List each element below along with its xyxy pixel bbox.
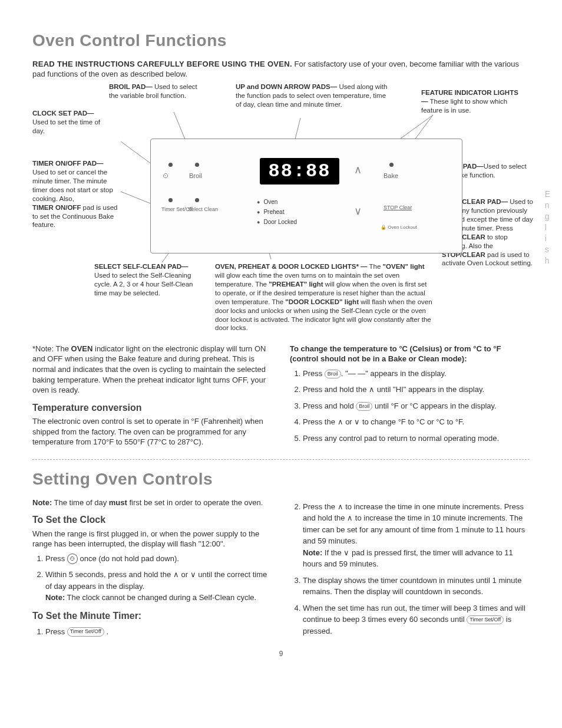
left-column-2: Note: The time of day must first be set …	[32, 498, 272, 642]
set-clock-heading: To Set the Clock	[32, 513, 272, 526]
setting-controls-columns: Note: The time of day must first be set …	[32, 498, 530, 642]
set-clock-body: When the range is first plugged in, or w…	[32, 529, 272, 549]
indicator-preheat: Preheat	[257, 208, 284, 216]
bake-pad-dot	[389, 163, 394, 167]
callout-lights: OVEN, PREHEAT & DOOR LOCKED LIGHTS* — Th…	[215, 262, 433, 333]
timer-pad-dot	[168, 198, 173, 202]
broil-pad-dot	[195, 163, 199, 167]
broil-label: Broil	[189, 172, 202, 180]
section-divider	[32, 459, 530, 460]
callout-broil: BROIL PAD— Used to select the variable b…	[109, 83, 203, 100]
digital-display: 88:88	[260, 158, 339, 185]
select-pad-dot	[195, 198, 199, 202]
clock-step-2: Within 5 seconds, press and hold the ∧ o…	[45, 569, 272, 604]
minute-steps-right: Press the ∧ to increase the time in one …	[290, 501, 530, 637]
clock-icon: ⏲	[67, 554, 78, 564]
minute-step-3: The display shows the timer countdown in…	[303, 575, 530, 598]
minute-step-4: When the set time has run out, the timer…	[303, 602, 530, 637]
callout-selfclean: SELECT SELF-CLEAN PAD— Used to select th…	[94, 262, 200, 298]
page-title-1: Oven Control Functions	[32, 29, 530, 52]
celsius-step-1: Press Broil. "— —" appears in the displa…	[303, 368, 530, 380]
clock-pad-icon	[168, 163, 173, 167]
bake-label: Bake	[384, 172, 398, 180]
broil-pad-icon: Broil	[325, 370, 341, 379]
oven-note-columns: *Note: The OVEN indicator light on the e…	[32, 344, 530, 451]
indicator-oven: Oven	[257, 198, 277, 206]
timer-pad-icon: Timer Set/Off	[67, 627, 104, 637]
minute-timer-heading: To Set the Minute Timer:	[32, 610, 272, 622]
timer-pad-icon: Timer Set/Off	[467, 615, 504, 625]
callout-clock: CLOCK SET PAD— Used to set the time of d…	[32, 109, 103, 136]
callout-timer: TIMER ON/OFF PAD— Used to set or cancel …	[32, 159, 118, 230]
setting-note: Note: The time of day must first be set …	[32, 498, 272, 508]
stop-label: STOP Clear	[384, 204, 412, 211]
broil-pad-icon: Broil	[356, 402, 372, 411]
select-label: Select Clean	[188, 207, 218, 212]
clock-icon-label: ⏲	[163, 172, 169, 180]
celsius-heading: To change the temperature to °C (Celsius…	[290, 344, 501, 364]
temp-conversion-heading: Temperature conversion	[32, 401, 272, 414]
up-arrow-icon: ∧	[354, 163, 362, 177]
celsius-step-4: Press the ∧ or ∨ to change °F to °C or °…	[303, 416, 530, 428]
celsius-step-2: Press and hold the ∧ until "HI" appears …	[303, 384, 530, 396]
clock-steps: Press ⏲ once (do not hold pad down). Wit…	[32, 553, 272, 604]
language-margin: English	[545, 189, 552, 266]
temp-conversion-body: The electronic oven control is set to op…	[32, 416, 272, 447]
oven-control-panel: ⏲ Broil Timer Set/Off Select Clean 88:88…	[150, 139, 462, 253]
lockout-label: 🔒 Oven Lockout	[381, 225, 417, 231]
left-column-1: *Note: The OVEN indicator light on the e…	[32, 344, 272, 451]
down-arrow-icon: ∨	[354, 204, 362, 218]
page-title-2: Setting Oven Controls	[32, 468, 530, 490]
intro-bold: READ THE INSTRUCTIONS CAREFULLY BEFORE U…	[32, 60, 292, 68]
celsius-steps: Press Broil. "— —" appears in the displa…	[290, 368, 530, 444]
intro-paragraph: READ THE INSTRUCTIONS CAREFULLY BEFORE U…	[32, 59, 530, 80]
oven-note: *Note: The OVEN indicator light on the e…	[32, 344, 272, 396]
celsius-step-5: Press any control pad to return to norma…	[303, 433, 530, 444]
right-column-1: To change the temperature to °C (Celsius…	[290, 344, 530, 451]
minute-step-1: Press Timer Set/Off .	[45, 626, 272, 638]
celsius-step-3: Press and hold Broil until °F or °C appe…	[303, 400, 530, 412]
control-panel-diagram: BROIL PAD— Used to select the variable b…	[32, 85, 530, 339]
clock-step-1: Press ⏲ once (do not hold pad down).	[45, 553, 272, 565]
callout-feature: FEATURE INDICATOR LIGHTS— These light to…	[421, 88, 521, 115]
page-number: 9	[32, 649, 530, 658]
minute-steps-left: Press Timer Set/Off .	[32, 626, 272, 638]
indicator-door: Door Locked	[257, 218, 297, 226]
callout-arrows: UP and DOWN ARROW PADS— Used along with …	[236, 83, 389, 109]
right-column-2: Press the ∧ to increase the time in one …	[290, 498, 530, 642]
minute-step-2: Press the ∧ to increase the time in one …	[303, 501, 530, 570]
